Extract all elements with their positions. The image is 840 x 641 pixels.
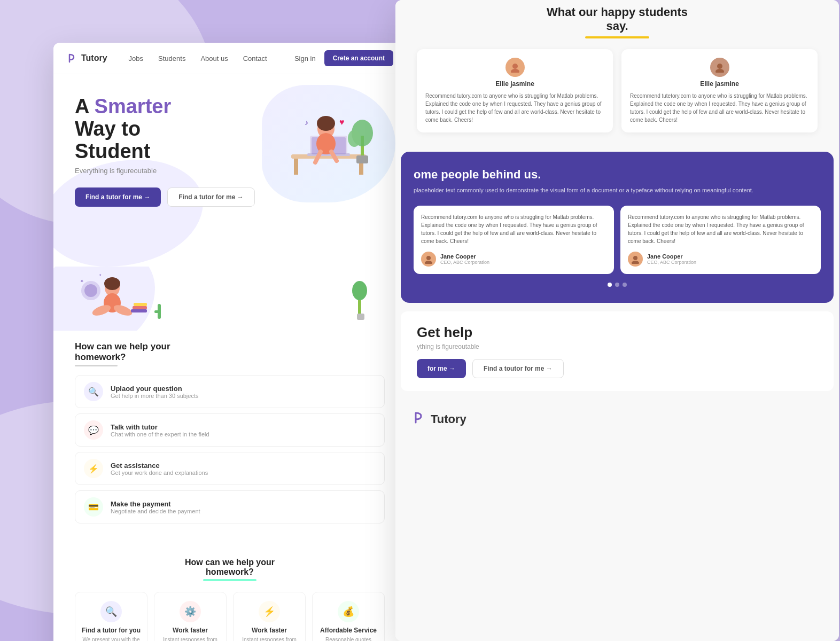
get-help-btn2[interactable]: Find a toutor for me → xyxy=(472,359,564,378)
team-card-2-author: Jane Cooper CEO, ABC Corporation xyxy=(628,252,813,267)
team-author-2-name: Jane Cooper xyxy=(647,253,696,260)
team-avatar-icon-1 xyxy=(424,254,433,264)
avatar-icon-2 xyxy=(714,62,725,73)
work-faster-2-icon: ⚡ xyxy=(259,601,280,622)
svg-point-34 xyxy=(512,64,518,69)
logo-text: Tutory xyxy=(81,53,107,63)
sign-in-link[interactable]: Sign in xyxy=(294,54,316,62)
team-author-1-info: Jane Cooper CEO, ABC Corporation xyxy=(440,253,489,265)
talk-title: Talk with tutor xyxy=(111,423,209,431)
nav-jobs[interactable]: Jobs xyxy=(129,54,143,62)
reviewer-2-avatar xyxy=(710,58,729,77)
dot-2[interactable] xyxy=(615,283,619,287)
hero-content: A Smarter Way to Student Everything is f… xyxy=(75,96,385,207)
get-help-buttons: for me → Find a toutor for me → xyxy=(417,359,818,378)
team-section: ome people behind us. placeholder text c… xyxy=(401,152,834,303)
features-underline xyxy=(203,579,256,581)
hero-section: ♥ ♪ A Smarter Way to Student Everything … xyxy=(53,74,406,267)
hero-headline: A Smarter Way to Student xyxy=(75,96,385,162)
reviewer-1-name: Ellie jasmine xyxy=(495,80,534,88)
find-tutor-outline-button[interactable]: Find a tutor for me → xyxy=(167,187,254,207)
find-tutor-icon: 🔍 xyxy=(100,601,122,622)
team-author-1-name: Jane Cooper xyxy=(440,253,489,260)
logo-icon xyxy=(66,52,78,64)
plants-svg xyxy=(342,272,385,325)
main-browser-window: Tutory Jobs Students About us Contact Si… xyxy=(53,43,406,641)
find-tutor-title: Find a tutor for you xyxy=(82,627,141,634)
footer-logo-svg xyxy=(411,410,426,425)
nav-actions: Sign in Crete an account xyxy=(294,50,393,66)
get-help-section: Get help ything is figureoutable for me … xyxy=(401,311,834,391)
hero-headline-plain: A xyxy=(75,95,95,118)
help-item-payment-content: Make the payment Negotiate and decide th… xyxy=(111,500,200,514)
hero-buttons: Find a tutor for me → Find a tutor for m… xyxy=(75,187,385,207)
team-card-2: Recommend tutory.com to anyone who is st… xyxy=(620,206,821,274)
upload-icon: 🔍 xyxy=(84,382,103,401)
help-section: How can we help your homework? 🔍 Uplaod … xyxy=(53,331,406,545)
svg-point-36 xyxy=(717,64,722,69)
help-section-title: How can we help your homework? xyxy=(75,341,385,363)
svg-point-37 xyxy=(715,69,724,73)
svg-point-40 xyxy=(633,256,637,260)
svg-point-26 xyxy=(84,284,97,297)
nav-students[interactable]: Students xyxy=(158,54,185,62)
affordable-desc: Reasonable quotes based on your requirem… xyxy=(319,636,378,641)
navbar: Tutory Jobs Students About us Contact Si… xyxy=(53,43,406,74)
help-item-talk: 💬 Talk with tutor Chat with one of the e… xyxy=(75,413,385,447)
hero-subtitle: Everything is figureoutable xyxy=(75,167,385,175)
upload-subtitle: Get help in more than 30 subjects xyxy=(111,393,198,399)
team-author-2-avatar xyxy=(628,252,643,267)
help-item-assistance: ⚡ Get assistance Get your work done and … xyxy=(75,452,385,485)
feature-card-affordable: 💰 Affordable Service Reasonable quotes b… xyxy=(312,592,385,641)
work-faster-1-desc: Instant responses from the tutors 24/7 xyxy=(161,636,220,641)
affordable-icon: 💰 xyxy=(338,601,359,622)
svg-text:✦: ✦ xyxy=(99,273,102,277)
right-browser-window: What our happy students say. Ell xyxy=(395,0,839,641)
features-section: How can we help your homework? 🔍 Find a … xyxy=(53,545,406,641)
reviewer-2-name: Ellie jasmine xyxy=(700,80,739,88)
dot-3[interactable] xyxy=(623,283,627,287)
get-help-btn1[interactable]: for me → xyxy=(417,359,466,378)
svg-point-38 xyxy=(426,256,431,260)
footer-logo-text: Tutory xyxy=(431,412,466,426)
review-card-2: Ellie jasmine Recommend tutetory.com to … xyxy=(621,49,818,132)
nav-links: Jobs Students About us Contact xyxy=(129,54,294,62)
reviewer-1-avatar xyxy=(505,58,525,77)
team-card-1: Recommend tutory.com to anyone who is st… xyxy=(414,206,614,274)
nav-about[interactable]: About us xyxy=(200,54,228,62)
help-item-assistance-content: Get assistance Get your work done and ex… xyxy=(111,462,208,476)
feature-card-work2: ⚡ Work faster Instant responses from the… xyxy=(233,592,306,641)
work-faster-2-desc: Instant responses from the tutors 24/7 xyxy=(240,636,299,641)
nav-contact[interactable]: Contact xyxy=(243,54,267,62)
assistance-subtitle: Get your work done and explanations xyxy=(111,470,208,476)
assistance-title: Get assistance xyxy=(111,462,208,470)
work-faster-2-title: Work faster xyxy=(240,627,299,634)
team-testimonial-cards: Recommend tutory.com to anyone who is st… xyxy=(414,206,821,274)
help-item-upload: 🔍 Uplaod your question Get help in more … xyxy=(75,375,385,408)
hero-line2: Way to xyxy=(75,118,141,140)
help-item-upload-content: Uplaod your question Get help in more th… xyxy=(111,385,198,399)
team-author-1-title: CEO, ABC Corporation xyxy=(440,260,489,265)
features-title: How can we help your homework? xyxy=(75,558,385,577)
talk-subtitle: Chat with one of the expert in the field xyxy=(111,431,209,437)
payment-icon: 💳 xyxy=(84,497,103,517)
review-card-1: Ellie jasmine Recommend tutory.com to an… xyxy=(417,49,613,132)
footer-logo-icon xyxy=(411,410,426,429)
svg-rect-33 xyxy=(357,314,364,320)
dot-1[interactable] xyxy=(608,283,612,287)
team-card-1-author: Jane Cooper CEO, ABC Corporation xyxy=(421,252,606,267)
svg-point-35 xyxy=(511,69,519,73)
right-header-title: What our happy students say. xyxy=(411,0,823,33)
team-author-1-avatar xyxy=(421,252,436,267)
create-account-button[interactable]: Crete an account xyxy=(324,50,393,66)
get-help-subtitle: ything is figureoutable xyxy=(417,343,818,350)
find-tutor-primary-button[interactable]: Find a tutor for me → xyxy=(75,187,161,207)
feature-cards: 🔍 Find a tutor for you We present you wi… xyxy=(75,592,385,641)
svg-rect-23 xyxy=(133,306,147,309)
feature-card-find: 🔍 Find a tutor for you We present you wi… xyxy=(75,592,147,641)
svg-rect-22 xyxy=(131,309,147,312)
right-top-section: What our happy students say. Ell xyxy=(395,0,839,143)
help-item-talk-content: Talk with tutor Chat with one of the exp… xyxy=(111,423,209,437)
find-tutor-desc: We present you with the best tutors with… xyxy=(82,636,141,641)
team-avatar-icon-2 xyxy=(631,254,640,264)
